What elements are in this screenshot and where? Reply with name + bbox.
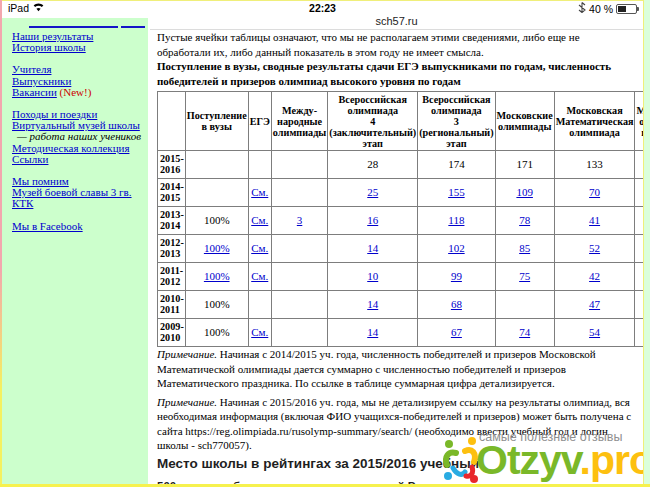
value-link[interactable]: 100%: [204, 242, 230, 254]
value-link[interactable]: См.: [251, 326, 268, 338]
value-link[interactable]: 75: [519, 270, 530, 282]
safari-url-bar[interactable]: sch57.ru: [150, 15, 643, 30]
value-link[interactable]: 14: [367, 242, 378, 254]
value-cell: 100%: [185, 291, 248, 319]
value-link[interactable]: 68: [451, 298, 462, 310]
value-link[interactable]: 52: [589, 242, 600, 254]
value-cell: 10: [328, 263, 418, 291]
value-link[interactable]: 3: [297, 214, 303, 226]
sidebar-link[interactable]: Виртуальный музей школы: [12, 119, 140, 131]
year-column-corner: [158, 92, 186, 151]
value-cell: 67: [418, 319, 495, 347]
table-row: 2012- 2013100%См.14102855218: [158, 235, 650, 263]
value-link[interactable]: 70: [589, 186, 600, 198]
value-cell: [248, 151, 271, 179]
sidebar-link[interactable]: Походы и поездки: [12, 108, 97, 120]
value-cell: 75: [495, 263, 554, 291]
intro-paragraph: Пустые ячейки таблицы означают, что мы н…: [157, 30, 632, 59]
clock: 22:23: [2, 2, 643, 14]
value-link[interactable]: См.: [251, 270, 268, 282]
sidebar-link[interactable]: История школы: [12, 41, 86, 53]
value-cell: [271, 235, 327, 263]
sidebar-link[interactable]: Выпускники: [12, 75, 71, 87]
value-link[interactable]: 74: [519, 326, 530, 338]
sidebar-link[interactable]: Вакансии: [12, 86, 57, 98]
battery-icon: [616, 4, 637, 14]
value-link[interactable]: 10: [367, 270, 378, 282]
frame-edge-left: [0, 0, 2, 487]
sidebar-link[interactable]: Наши результаты: [12, 30, 93, 42]
value-link[interactable]: 118: [448, 214, 464, 226]
value-link[interactable]: 54: [589, 326, 600, 338]
frame-edge-right-strip: [644, 0, 650, 487]
battery-percent: 40 %: [589, 3, 613, 15]
sidebar-link[interactable]: Мы помним: [12, 175, 69, 187]
sidebar-link[interactable]: Ссылки: [12, 153, 48, 165]
value-link[interactable]: 85: [519, 242, 530, 254]
sidebar-group: УчителяВыпускникиВакансии (New!): [12, 64, 144, 98]
value-cell: 41: [554, 207, 635, 235]
column-header: Между- народные олимпиады: [271, 92, 327, 151]
sidebar-item: Мы в Facebook: [12, 221, 144, 232]
note-text: Начиная с 2014/2015 уч. года, численност…: [157, 348, 596, 389]
value-cell: 28: [328, 151, 418, 179]
value-link[interactable]: 99: [451, 270, 462, 282]
value-link[interactable]: 155: [448, 186, 465, 198]
value-link[interactable]: См.: [251, 214, 268, 226]
value-cell: [185, 179, 248, 207]
table-row: 2011- 2012100%См.1099754218: [158, 263, 650, 291]
value-cell: См.: [248, 319, 271, 347]
value-link[interactable]: 100%: [204, 270, 230, 282]
value-cell: 171: [495, 151, 554, 179]
value-cell: 16: [328, 207, 418, 235]
value-link[interactable]: 109: [516, 186, 533, 198]
value-cell: 102: [418, 235, 495, 263]
value-link[interactable]: 16: [367, 214, 378, 226]
sidebar-group: Наши результатыИстория школы: [12, 31, 144, 53]
value-cell: [271, 319, 327, 347]
value-cell: 47: [554, 291, 635, 319]
value-cell: 85: [495, 235, 554, 263]
value-link[interactable]: 42: [589, 270, 600, 282]
value-cell: 52: [554, 235, 635, 263]
value-cell: 100%: [185, 207, 248, 235]
table-row: 2014- 2015См.251551097012: [158, 179, 650, 207]
value-link[interactable]: 47: [589, 298, 600, 310]
sidebar-item-clipped[interactable]: [29, 26, 145, 28]
note-1: Примечание. Начиная с 2014/2015 уч. года…: [157, 347, 632, 391]
column-header: Всероссийская олимпиада 3 (региональный)…: [418, 92, 495, 151]
year-cell: 2014- 2015: [158, 179, 186, 207]
value-cell: [271, 291, 327, 319]
value-cell: 174: [418, 151, 495, 179]
sidebar-group: Походы и поездкиВиртуальный музей школы—…: [12, 109, 144, 165]
value-cell: 118: [418, 207, 495, 235]
value-link[interactable]: 67: [451, 326, 462, 338]
sidebar-link[interactable]: Методическая коллекция: [12, 142, 129, 154]
value-link[interactable]: См.: [251, 186, 268, 198]
note-prefix: Примечание.: [157, 348, 217, 360]
sidebar-item: Вакансии (New!): [12, 87, 144, 98]
value-link[interactable]: 41: [589, 214, 600, 226]
value-cell: 14: [328, 319, 418, 347]
sidebar-link[interactable]: Мы в Facebook: [12, 220, 83, 232]
column-header: Поступление в вузы: [185, 92, 248, 151]
value-link[interactable]: 102: [448, 242, 465, 254]
value-link[interactable]: 78: [519, 214, 530, 226]
sidebar-item: История школы: [12, 42, 144, 53]
brand-pro: .pro: [580, 437, 650, 483]
value-cell: 3: [271, 207, 327, 235]
value-cell: 100%: [185, 319, 248, 347]
value-link[interactable]: 14: [367, 298, 378, 310]
value-cell: 70: [554, 179, 635, 207]
value-link[interactable]: См.: [251, 242, 268, 254]
value-link[interactable]: 14: [367, 326, 378, 338]
sidebar-link[interactable]: Музей боевой славы 3 гв. КТК: [12, 186, 132, 209]
value-cell: 78: [495, 207, 554, 235]
value-cell: [248, 291, 271, 319]
value-link[interactable]: 25: [367, 186, 378, 198]
sidebar-link[interactable]: Учителя: [12, 63, 51, 75]
sidebar-group: Мы помнимМузей боевой славы 3 гв. КТК: [12, 176, 144, 210]
sidebar-item: Ссылки: [12, 154, 144, 165]
value-cell: [495, 291, 554, 319]
year-cell: 2015- 2016: [158, 151, 186, 179]
